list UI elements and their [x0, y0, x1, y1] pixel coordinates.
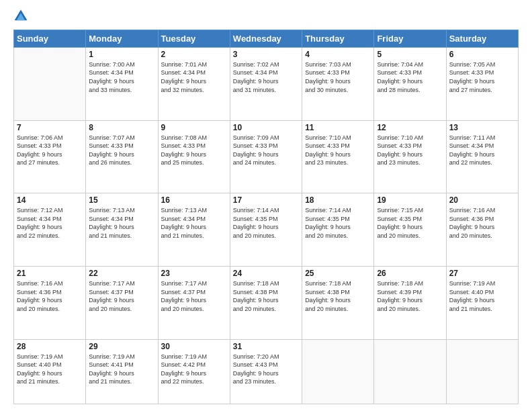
- day-number: 4: [305, 50, 371, 59]
- week-row-1: 1Sunrise: 7:00 AM Sunset: 4:34 PM Daylig…: [14, 47, 519, 120]
- day-number: 16: [161, 195, 227, 205]
- calendar-cell: 31Sunrise: 7:20 AM Sunset: 4:43 PM Dayli…: [230, 339, 302, 404]
- day-number: 19: [377, 195, 443, 205]
- calendar-cell: 27Sunrise: 7:19 AM Sunset: 4:40 PM Dayli…: [446, 266, 518, 339]
- calendar-cell: 26Sunrise: 7:18 AM Sunset: 4:39 PM Dayli…: [374, 266, 446, 339]
- day-number: 6: [449, 50, 515, 59]
- week-row-5: 28Sunrise: 7:19 AM Sunset: 4:40 PM Dayli…: [14, 339, 519, 404]
- calendar-cell: 1Sunrise: 7:00 AM Sunset: 4:34 PM Daylig…: [86, 47, 158, 120]
- calendar-cell: 11Sunrise: 7:10 AM Sunset: 4:33 PM Dayli…: [302, 120, 374, 193]
- cell-info: Sunrise: 7:17 AM Sunset: 4:37 PM Dayligh…: [161, 279, 227, 313]
- cell-info: Sunrise: 7:18 AM Sunset: 4:39 PM Dayligh…: [377, 279, 443, 313]
- day-number: 25: [305, 269, 371, 278]
- cell-info: Sunrise: 7:09 AM Sunset: 4:33 PM Dayligh…: [233, 134, 299, 167]
- week-row-2: 7Sunrise: 7:06 AM Sunset: 4:33 PM Daylig…: [14, 120, 519, 193]
- day-number: 13: [449, 123, 515, 132]
- day-number: 30: [161, 342, 227, 351]
- calendar-cell: 30Sunrise: 7:19 AM Sunset: 4:42 PM Dayli…: [158, 339, 230, 404]
- weekday-header-wednesday: Wednesday: [230, 30, 302, 47]
- cell-info: Sunrise: 7:06 AM Sunset: 4:33 PM Dayligh…: [17, 134, 83, 167]
- calendar-cell: 22Sunrise: 7:17 AM Sunset: 4:37 PM Dayli…: [86, 266, 158, 339]
- cell-info: Sunrise: 7:17 AM Sunset: 4:37 PM Dayligh…: [89, 279, 154, 313]
- weekday-header-sunday: Sunday: [14, 30, 86, 47]
- cell-info: Sunrise: 7:03 AM Sunset: 4:33 PM Dayligh…: [305, 60, 371, 94]
- cell-info: Sunrise: 7:19 AM Sunset: 4:40 PM Dayligh…: [17, 353, 83, 386]
- week-row-4: 21Sunrise: 7:16 AM Sunset: 4:36 PM Dayli…: [14, 266, 519, 339]
- calendar-cell: 10Sunrise: 7:09 AM Sunset: 4:33 PM Dayli…: [230, 120, 302, 193]
- week-row-3: 14Sunrise: 7:12 AM Sunset: 4:34 PM Dayli…: [14, 193, 519, 267]
- cell-info: Sunrise: 7:11 AM Sunset: 4:34 PM Dayligh…: [449, 134, 515, 167]
- cell-info: Sunrise: 7:13 AM Sunset: 4:34 PM Dayligh…: [161, 206, 227, 240]
- cell-info: Sunrise: 7:05 AM Sunset: 4:33 PM Dayligh…: [449, 60, 515, 94]
- weekday-header-row: SundayMondayTuesdayWednesdayThursdayFrid…: [14, 30, 519, 47]
- day-number: 22: [89, 269, 154, 278]
- cell-info: Sunrise: 7:01 AM Sunset: 4:34 PM Dayligh…: [161, 60, 227, 94]
- day-number: 14: [17, 195, 83, 205]
- weekday-header-thursday: Thursday: [302, 30, 374, 47]
- calendar-cell: 4Sunrise: 7:03 AM Sunset: 4:33 PM Daylig…: [302, 47, 374, 120]
- calendar-cell: 24Sunrise: 7:18 AM Sunset: 4:38 PM Dayli…: [230, 266, 302, 339]
- logo: [13, 11, 30, 24]
- calendar-cell: 8Sunrise: 7:07 AM Sunset: 4:33 PM Daylig…: [86, 120, 158, 193]
- logo-icon: [13, 9, 28, 24]
- cell-info: Sunrise: 7:19 AM Sunset: 4:40 PM Dayligh…: [449, 279, 515, 313]
- day-number: 15: [89, 195, 154, 205]
- calendar-cell: 5Sunrise: 7:04 AM Sunset: 4:33 PM Daylig…: [374, 47, 446, 120]
- day-number: 20: [449, 195, 515, 205]
- weekday-header-monday: Monday: [86, 30, 158, 47]
- day-number: 2: [161, 50, 227, 59]
- calendar-cell: 17Sunrise: 7:14 AM Sunset: 4:35 PM Dayli…: [230, 193, 302, 267]
- cell-info: Sunrise: 7:19 AM Sunset: 4:42 PM Dayligh…: [161, 353, 227, 386]
- day-number: 23: [161, 269, 227, 278]
- calendar-cell: 28Sunrise: 7:19 AM Sunset: 4:40 PM Dayli…: [14, 339, 86, 404]
- calendar-cell: [446, 339, 518, 404]
- calendar-cell: 7Sunrise: 7:06 AM Sunset: 4:33 PM Daylig…: [14, 120, 86, 193]
- calendar-cell: 6Sunrise: 7:05 AM Sunset: 4:33 PM Daylig…: [446, 47, 518, 120]
- calendar-cell: 2Sunrise: 7:01 AM Sunset: 4:34 PM Daylig…: [158, 47, 230, 120]
- day-number: 18: [305, 195, 371, 205]
- day-number: 9: [161, 123, 227, 132]
- day-number: 17: [233, 195, 299, 205]
- calendar-cell: 29Sunrise: 7:19 AM Sunset: 4:41 PM Dayli…: [86, 339, 158, 404]
- calendar-cell: 14Sunrise: 7:12 AM Sunset: 4:34 PM Dayli…: [14, 193, 86, 267]
- calendar-cell: 20Sunrise: 7:16 AM Sunset: 4:36 PM Dayli…: [446, 193, 518, 267]
- cell-info: Sunrise: 7:16 AM Sunset: 4:36 PM Dayligh…: [17, 279, 83, 313]
- cell-info: Sunrise: 7:19 AM Sunset: 4:41 PM Dayligh…: [89, 353, 154, 386]
- calendar-cell: [14, 47, 86, 120]
- day-number: 7: [17, 123, 83, 132]
- day-number: 11: [305, 123, 371, 132]
- day-number: 29: [89, 342, 154, 351]
- calendar-cell: 21Sunrise: 7:16 AM Sunset: 4:36 PM Dayli…: [14, 266, 86, 339]
- calendar-cell: 19Sunrise: 7:15 AM Sunset: 4:35 PM Dayli…: [374, 193, 446, 267]
- cell-info: Sunrise: 7:14 AM Sunset: 4:35 PM Dayligh…: [305, 206, 371, 240]
- cell-info: Sunrise: 7:12 AM Sunset: 4:34 PM Dayligh…: [17, 206, 83, 240]
- day-number: 8: [89, 123, 154, 132]
- cell-info: Sunrise: 7:00 AM Sunset: 4:34 PM Dayligh…: [89, 60, 154, 94]
- calendar-cell: 23Sunrise: 7:17 AM Sunset: 4:37 PM Dayli…: [158, 266, 230, 339]
- cell-info: Sunrise: 7:10 AM Sunset: 4:33 PM Dayligh…: [305, 134, 371, 167]
- calendar-table: SundayMondayTuesdayWednesdayThursdayFrid…: [13, 30, 519, 404]
- calendar-cell: 16Sunrise: 7:13 AM Sunset: 4:34 PM Dayli…: [158, 193, 230, 267]
- day-number: 10: [233, 123, 299, 132]
- day-number: 27: [449, 269, 515, 278]
- calendar-cell: [302, 339, 374, 404]
- day-number: 3: [233, 50, 299, 59]
- day-number: 1: [89, 50, 154, 59]
- calendar-cell: 18Sunrise: 7:14 AM Sunset: 4:35 PM Dayli…: [302, 193, 374, 267]
- calendar-cell: 13Sunrise: 7:11 AM Sunset: 4:34 PM Dayli…: [446, 120, 518, 193]
- cell-info: Sunrise: 7:07 AM Sunset: 4:33 PM Dayligh…: [89, 134, 154, 167]
- calendar-cell: 12Sunrise: 7:10 AM Sunset: 4:33 PM Dayli…: [374, 120, 446, 193]
- cell-info: Sunrise: 7:04 AM Sunset: 4:33 PM Dayligh…: [377, 60, 443, 94]
- day-number: 26: [377, 269, 443, 278]
- day-number: 28: [17, 342, 83, 351]
- weekday-header-saturday: Saturday: [446, 30, 518, 47]
- cell-info: Sunrise: 7:13 AM Sunset: 4:34 PM Dayligh…: [89, 206, 154, 240]
- day-number: 24: [233, 269, 299, 278]
- cell-info: Sunrise: 7:02 AM Sunset: 4:34 PM Dayligh…: [233, 60, 299, 94]
- day-number: 12: [377, 123, 443, 132]
- calendar-cell: 15Sunrise: 7:13 AM Sunset: 4:34 PM Dayli…: [86, 193, 158, 267]
- calendar-cell: 3Sunrise: 7:02 AM Sunset: 4:34 PM Daylig…: [230, 47, 302, 120]
- cell-info: Sunrise: 7:16 AM Sunset: 4:36 PM Dayligh…: [449, 206, 515, 240]
- cell-info: Sunrise: 7:15 AM Sunset: 4:35 PM Dayligh…: [377, 206, 443, 240]
- calendar-cell: 9Sunrise: 7:08 AM Sunset: 4:33 PM Daylig…: [158, 120, 230, 193]
